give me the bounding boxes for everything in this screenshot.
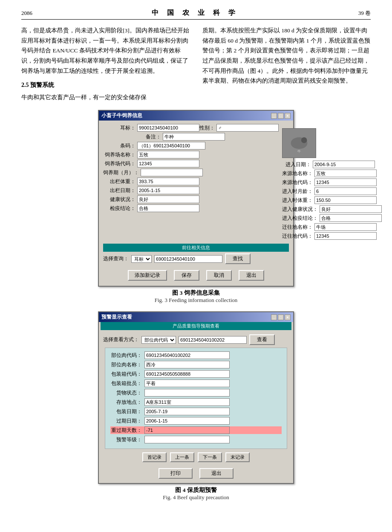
right-column: 质期。本系统按照生产实际以 180 d 为安全保质期限，设置牛肉储存最后 60 …	[202, 26, 371, 102]
source-farm-input[interactable]	[137, 151, 199, 158]
fig3-search-select[interactable]: 耳标	[131, 255, 152, 263]
fig4-exit-button[interactable]: 退出	[199, 468, 233, 479]
pack-code-label: 包装箱代码：	[110, 371, 144, 378]
enter-date-input[interactable]	[313, 161, 375, 168]
minimize-button[interactable]: _	[271, 113, 277, 119]
figure-4-block: 预警显示查看 _ □ × 产品质量指导预期查看 选择查看方式： 部位肉代码	[21, 311, 371, 501]
fig4-search-input[interactable]	[179, 336, 247, 344]
fig3-row-remark: 备注：	[103, 133, 279, 141]
fig4-next-button[interactable]: 下一条	[198, 452, 222, 462]
storage-input[interactable]	[144, 398, 230, 406]
fig4-print-button[interactable]: 打印	[159, 468, 193, 479]
pack-date-label: 包装日期：	[110, 408, 144, 415]
fig4-row-pack-date: 包装日期：	[110, 408, 282, 415]
figure-3-window: 小畜子牛饲养信息 _ □ × 耳标： 性别：	[98, 110, 294, 287]
fig3-window-controls[interactable]: _ □ ×	[271, 113, 291, 119]
page-header: 2086 中 国 农 业 科 学 39 卷	[21, 9, 371, 20]
fig3-row-ear: 耳标： 性别：	[103, 124, 279, 132]
fig3-row-enter-health: 进入健康状况：	[282, 205, 382, 213]
barcode-input[interactable]	[137, 142, 205, 150]
goods-status-input[interactable]	[144, 389, 230, 397]
storage-label: 存放地点：	[110, 399, 144, 406]
part-code-input[interactable]	[144, 351, 230, 359]
dest-code2-input[interactable]	[314, 232, 377, 240]
fig3-caption-en: Fig. 3 Feeding information collection	[21, 297, 371, 304]
fig3-caption-cn: 图 3 饲养信息采集	[21, 289, 371, 297]
health-input[interactable]	[137, 196, 199, 203]
fig4-close-button[interactable]: ×	[285, 314, 291, 320]
enter-weight-input[interactable]	[314, 196, 377, 204]
fig4-row-expire-date: 过期日期：	[110, 417, 282, 425]
part-name-input[interactable]	[144, 361, 230, 368]
cattle-photo: 牛	[282, 128, 316, 158]
restore-button[interactable]: □	[278, 113, 284, 119]
remark2-label: 备注：	[146, 133, 163, 141]
fig4-first-button[interactable]: 首记录	[142, 452, 167, 462]
enter-month-input[interactable]	[314, 187, 377, 195]
fig4-row-part-code: 部位肉代码：	[110, 351, 282, 359]
expire-date-input[interactable]	[144, 417, 230, 425]
fig4-search-method-label: 选择查看方式：	[103, 336, 139, 343]
enter-exam-input[interactable]	[320, 214, 382, 222]
fig3-add-button[interactable]: 添加新记录	[128, 270, 167, 281]
breed-period-input[interactable]	[141, 169, 203, 176]
pack-code-input[interactable]	[144, 370, 230, 378]
fig3-caption: 图 3 饲养信息采集 Fig. 3 Feeding information co…	[21, 289, 371, 304]
fig3-search-button[interactable]: 查找	[225, 253, 251, 264]
fig4-row-pack-count: 包装箱批员：	[110, 380, 282, 387]
barcode-label: 条码：	[103, 142, 137, 150]
exit-date-input[interactable]	[137, 187, 199, 194]
fig4-search-button[interactable]: 查看	[249, 334, 275, 345]
fig4-row-overdue-days: 重过期天数：	[110, 426, 282, 434]
warning-input[interactable]	[144, 436, 230, 443]
fig4-caption-cn: 图 4 保质期预警	[21, 486, 371, 494]
fig3-button-bar: 添加新记录 保存 取消 退出	[103, 267, 289, 282]
fig3-titlebar: 小畜子牛饲养信息 _ □ ×	[99, 111, 293, 121]
fig4-search-bar: 选择查看方式： 部位肉代码 查看	[103, 334, 289, 345]
fig3-search-input[interactable]	[154, 255, 222, 263]
overdue-days-input[interactable]	[144, 426, 230, 434]
paragraph-left2: 牛肉和其它农畜产品一样，有一定的安全储存保	[21, 92, 190, 103]
fig4-last-button[interactable]: 末记录	[225, 452, 250, 462]
fig4-caption-en: Fig. 4 Beef quality precaution	[21, 494, 371, 501]
exit-weight-input[interactable]	[137, 178, 199, 185]
dest-code-input[interactable]	[314, 178, 377, 186]
fig3-body: 耳标： 性别： 备注： 条码：	[99, 121, 293, 286]
fig3-save-button[interactable]: 保存	[174, 270, 199, 281]
page-number-left: 2086	[21, 10, 32, 17]
svg-point-2	[301, 138, 307, 144]
fig4-title: 预警显示查看	[101, 313, 132, 321]
dest-farm2-input[interactable]	[314, 223, 377, 231]
fig3-row-enter-exam: 进入检疫结论：	[282, 214, 382, 222]
dest-farm-input[interactable]	[314, 170, 377, 177]
remark-input[interactable]	[163, 133, 225, 141]
fig4-search-method-select[interactable]: 部位肉代码	[141, 336, 176, 344]
fig3-layout: 耳标： 性别： 备注： 条码：	[103, 124, 289, 241]
fig3-row-dest-code2: 迁往地代码：	[282, 232, 377, 240]
fig3-cancel-button[interactable]: 取消	[206, 270, 232, 281]
close-button[interactable]: ×	[285, 113, 291, 119]
source-code-input[interactable]	[137, 160, 199, 167]
pack-date-input[interactable]	[144, 408, 230, 415]
ear-input[interactable]	[137, 124, 199, 132]
goods-status-label: 货物状态：	[110, 389, 144, 397]
enter-date-label: 进入日期：	[282, 161, 313, 168]
enter-health-label: 进入健康状况：	[282, 206, 320, 213]
exam-input[interactable]	[137, 204, 199, 212]
fig4-minimize-button[interactable]: _	[271, 314, 277, 320]
ear-label: 耳标：	[103, 124, 137, 132]
fig3-row-source-code: 饲养场代码：	[103, 160, 279, 167]
fig4-restore-button[interactable]: □	[278, 314, 284, 320]
paragraph-right: 质期。本系统按照生产实际以 180 d 为安全保质期限，设置牛肉储存最后 60 …	[202, 26, 371, 86]
fig4-nav-bar: 首记录 上一条 下一条 末记录	[103, 452, 289, 462]
sex-input[interactable]	[216, 124, 279, 132]
pack-count-input[interactable]	[144, 380, 230, 387]
enter-health-input[interactable]	[320, 205, 382, 213]
fig4-window-controls[interactable]: _ □ ×	[271, 314, 291, 320]
fig3-exit-button[interactable]: 退出	[239, 270, 264, 281]
fig3-row-enter-month: 进入时月龄：	[282, 187, 377, 195]
fig4-data-area: 部位肉代码： 部位肉名称： 包装箱代码： 包装箱批员	[105, 348, 287, 449]
fig3-row-enter-date: 进入日期：	[282, 161, 375, 168]
fig4-prev-button[interactable]: 上一条	[170, 452, 194, 462]
fig3-row-dest-code: 来源地代码：	[282, 178, 377, 186]
